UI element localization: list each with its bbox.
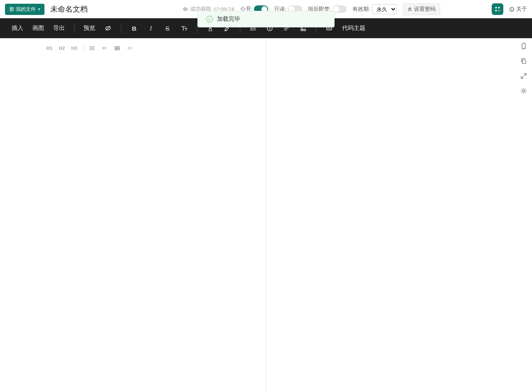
svg-rect-6 xyxy=(498,10,499,11)
right-sidebar xyxy=(515,38,532,95)
lock-icon xyxy=(407,7,412,12)
h3-button[interactable]: H3 xyxy=(71,45,78,51)
notification-toast: ✓ 加载完毕 ⋯ xyxy=(197,11,335,27)
notification-message: 加载完毕 xyxy=(217,15,240,23)
qr-icon xyxy=(495,6,500,12)
close-icon[interactable]: ⋯ xyxy=(322,17,326,22)
toolbar-preview[interactable]: 预览 xyxy=(84,24,95,32)
table-icon[interactable] xyxy=(113,45,121,51)
font-size-icon[interactable] xyxy=(180,24,188,32)
bold-icon[interactable]: B xyxy=(131,24,138,32)
file-list-icon xyxy=(9,7,14,12)
editor-pane[interactable]: H1 H2 H3 xyxy=(0,38,266,392)
chevron-down-icon: ▾ xyxy=(38,7,40,11)
my-files-label: 我的文件 xyxy=(16,6,36,13)
about-label: 关于 xyxy=(516,5,527,13)
svg-point-20 xyxy=(90,49,91,50)
about-link[interactable]: 关于 xyxy=(509,5,527,13)
hidden-eye-icon[interactable] xyxy=(104,24,112,32)
svg-rect-5 xyxy=(495,10,497,12)
content-area: H1 H2 H3 xyxy=(0,38,532,392)
toolbar-code-theme[interactable]: 代码主题 xyxy=(342,24,365,32)
document-title[interactable]: 未命名文档 xyxy=(50,4,88,14)
svg-rect-3 xyxy=(495,7,497,9)
my-files-button[interactable]: 我的文件 ▾ xyxy=(5,4,44,15)
set-password-button[interactable]: 设置密码 xyxy=(403,3,440,15)
strike-icon[interactable]: S xyxy=(164,24,171,32)
h1-button[interactable]: H1 xyxy=(46,45,53,51)
toolbar-separator xyxy=(121,24,121,33)
svg-point-10 xyxy=(251,28,251,29)
secondary-separator xyxy=(83,45,84,51)
preview-pane xyxy=(266,38,532,392)
copy-icon[interactable] xyxy=(520,57,527,65)
secondary-toolbar: H1 H2 H3 xyxy=(0,41,266,56)
italic-icon[interactable]: I xyxy=(147,24,155,32)
svg-rect-4 xyxy=(498,7,500,9)
phone-outline-icon[interactable] xyxy=(520,42,527,50)
bullet-list-icon[interactable] xyxy=(89,45,96,51)
info-icon xyxy=(509,7,515,12)
code-icon[interactable] xyxy=(126,45,133,51)
svg-point-19 xyxy=(90,48,91,48)
switch-burn[interactable] xyxy=(332,5,347,13)
toolbar-insert[interactable]: 插入 xyxy=(12,24,23,32)
expand-icon[interactable] xyxy=(520,72,527,80)
eye-icon xyxy=(182,6,188,12)
quote-icon[interactable] xyxy=(101,45,108,51)
svg-point-1 xyxy=(185,9,186,10)
svg-point-24 xyxy=(523,90,525,92)
svg-rect-21 xyxy=(115,47,120,50)
gear-icon[interactable] xyxy=(520,87,527,95)
validity-label: 有效期: xyxy=(352,5,370,13)
validity-select[interactable]: 永久 xyxy=(372,4,397,14)
qr-button[interactable] xyxy=(492,3,503,15)
toolbar-draw[interactable]: 画图 xyxy=(32,24,44,32)
svg-rect-7 xyxy=(499,11,500,12)
validity-group: 有效期: 永久 xyxy=(352,4,397,14)
toolbar-separator xyxy=(74,24,74,33)
svg-point-11 xyxy=(251,29,251,30)
svg-rect-2 xyxy=(409,9,411,11)
set-password-label: 设置密码 xyxy=(414,5,436,13)
h2-button[interactable]: H2 xyxy=(58,45,66,51)
svg-point-18 xyxy=(90,47,91,47)
toolbar-export[interactable]: 导出 xyxy=(53,24,65,32)
svg-rect-23 xyxy=(522,60,526,64)
check-icon: ✓ xyxy=(206,16,213,22)
